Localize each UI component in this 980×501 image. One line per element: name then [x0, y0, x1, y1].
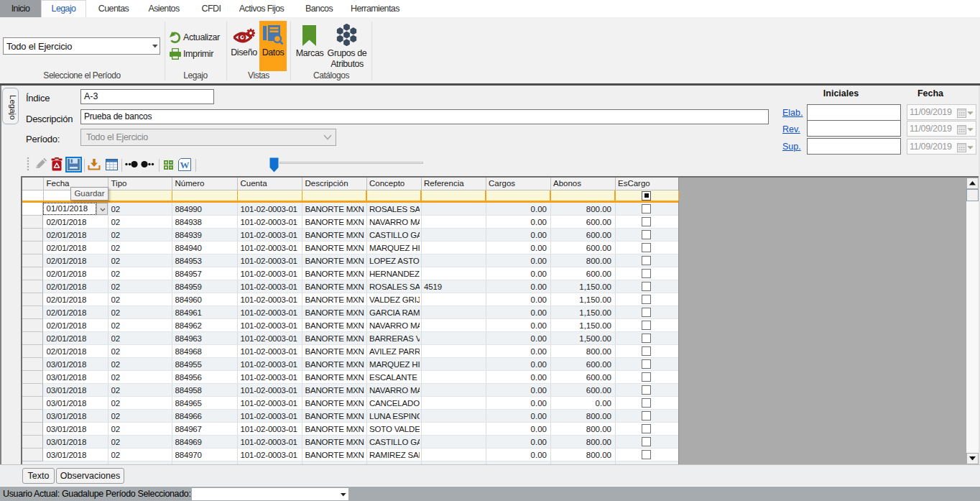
svg-text:W: W — [180, 160, 190, 170]
